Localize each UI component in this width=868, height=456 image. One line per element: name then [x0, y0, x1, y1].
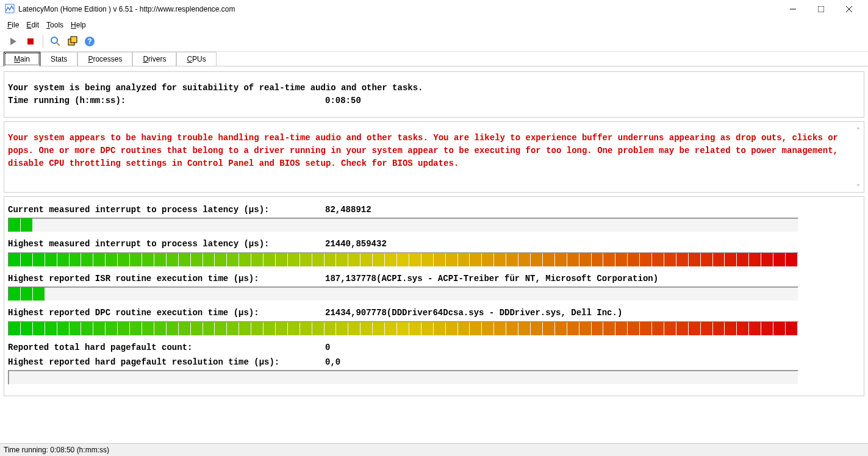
- menu-edit[interactable]: Edit: [24, 20, 41, 30]
- menubar: File Edit Tools Help: [0, 18, 868, 32]
- menu-file[interactable]: File: [5, 20, 21, 30]
- svg-rect-10: [71, 37, 77, 43]
- svg-line-8: [57, 43, 60, 46]
- highest-dpc-extra: (DDDriver64Dcsa.sys - DDDriver.sys, Dell…: [387, 308, 622, 318]
- tabstrip: Main Stats Processes Drivers CPUs: [0, 52, 868, 66]
- menu-tools[interactable]: Tools: [44, 20, 66, 30]
- highest-isr-value: 187,137778: [325, 274, 376, 283]
- highest-isr-label: Highest reported ISR routine execution t…: [8, 272, 325, 285]
- tab-drivers[interactable]: Drivers: [132, 52, 176, 66]
- pagefault-time-bar: [8, 370, 798, 385]
- svg-text:?: ?: [87, 37, 91, 46]
- current-latency-bar: [8, 218, 798, 232]
- help-button[interactable]: ?: [82, 34, 97, 49]
- play-button[interactable]: [6, 34, 21, 49]
- warning-text: Your system appears to be having trouble…: [8, 133, 838, 168]
- svg-marker-5: [10, 38, 16, 45]
- pagefault-time-value: 0,0: [325, 355, 340, 369]
- toolbar-separator: [43, 35, 43, 48]
- summary-line1: Your system is being analyzed for suitab…: [8, 82, 860, 94]
- highest-latency-value: 21440,859432: [325, 237, 387, 251]
- minimize-button[interactable]: [779, 0, 807, 18]
- windows-button[interactable]: [65, 34, 80, 49]
- tab-main[interactable]: Main: [4, 52, 40, 66]
- metrics-panel: Current measured interrupt to process la…: [4, 196, 864, 396]
- content-area: Your system is being analyzed for suitab…: [0, 66, 868, 396]
- time-running-label: Time running (h:mm:ss):: [8, 94, 325, 107]
- highest-isr-bar: [8, 287, 798, 301]
- highest-dpc-value: 21434,907778: [325, 308, 387, 318]
- highest-isr-extra: (ACPI.sys - ACPI-Treiber für NT, Microso…: [376, 274, 658, 283]
- tab-processes[interactable]: Processes: [77, 52, 132, 66]
- current-latency-value: 82,488912: [325, 203, 371, 216]
- svg-rect-6: [27, 38, 34, 45]
- highest-latency-bar: [8, 252, 798, 267]
- highest-latency-label: Highest measured interrupt to process la…: [8, 237, 325, 251]
- pagefault-count-label: Reported total hard pagefault count:: [8, 341, 325, 354]
- scroll-up-icon[interactable]: ⌃: [856, 126, 860, 135]
- warning-panel: ⌃ Your system appears to be having troub…: [4, 121, 864, 193]
- pagefault-time-label: Highest reported hard pagefault resoluti…: [8, 355, 325, 369]
- tab-cpus[interactable]: CPUs: [176, 52, 216, 66]
- inspect-button[interactable]: [48, 34, 63, 49]
- titlebar: LatencyMon (Home Edition ) v 6.51 - http…: [0, 0, 868, 18]
- scroll-down-icon[interactable]: ⌄: [856, 179, 860, 188]
- tab-stats[interactable]: Stats: [40, 52, 77, 66]
- close-button[interactable]: [835, 0, 863, 18]
- summary-panel: Your system is being analyzed for suitab…: [4, 71, 864, 118]
- svg-rect-2: [818, 6, 824, 12]
- stop-button[interactable]: [23, 34, 38, 49]
- highest-dpc-bar: [8, 321, 798, 336]
- menu-help[interactable]: Help: [68, 20, 88, 30]
- current-latency-label: Current measured interrupt to process la…: [8, 203, 325, 216]
- pagefault-count-value: 0: [325, 341, 330, 354]
- time-running-value: 0:08:50: [325, 94, 361, 107]
- maximize-button[interactable]: [807, 0, 835, 18]
- highest-dpc-label: Highest reported DPC routine execution t…: [8, 306, 325, 319]
- toolbar: ?: [0, 32, 868, 52]
- svg-point-7: [51, 37, 57, 43]
- window-title: LatencyMon (Home Edition ) v 6.51 - http…: [18, 5, 235, 13]
- app-icon: [5, 4, 15, 15]
